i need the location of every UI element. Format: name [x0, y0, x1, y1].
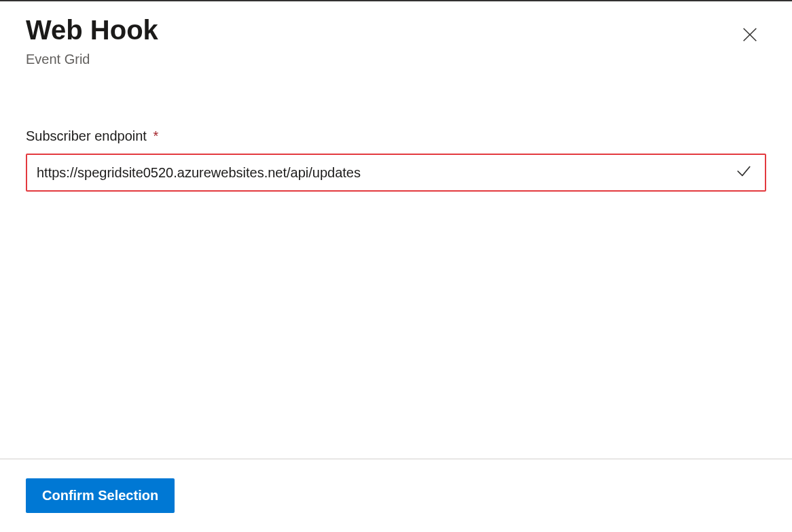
- close-icon: [740, 25, 759, 46]
- panel-header: Web Hook Event Grid: [0, 1, 792, 67]
- endpoint-label: Subscriber endpoint *: [26, 128, 766, 144]
- page-title: Web Hook: [26, 14, 792, 46]
- page-subtitle: Event Grid: [26, 52, 792, 67]
- subscriber-endpoint-input[interactable]: [37, 165, 755, 181]
- webhook-panel: Web Hook Event Grid Subscriber endpoint …: [0, 1, 792, 532]
- endpoint-input-wrapper: [26, 154, 766, 192]
- endpoint-label-text: Subscriber endpoint: [26, 128, 147, 143]
- panel-footer: Confirm Selection: [0, 459, 792, 532]
- confirm-selection-button[interactable]: Confirm Selection: [26, 478, 175, 513]
- panel-content: Subscriber endpoint *: [0, 67, 792, 459]
- required-indicator: *: [153, 128, 158, 143]
- close-button[interactable]: [739, 24, 761, 46]
